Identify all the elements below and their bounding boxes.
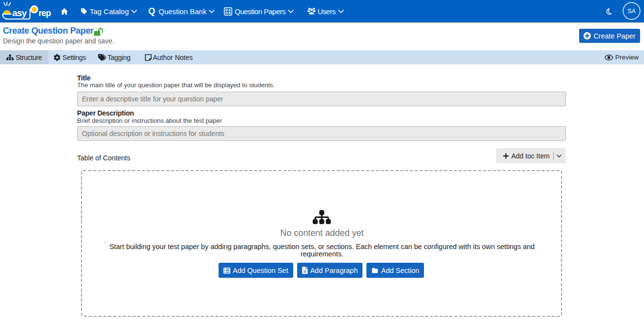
svg-text:asy: asy xyxy=(12,8,27,18)
svg-text:B: B xyxy=(228,11,231,14)
svg-text:SA: SA xyxy=(627,8,636,15)
svg-text:rep: rep xyxy=(39,8,51,18)
